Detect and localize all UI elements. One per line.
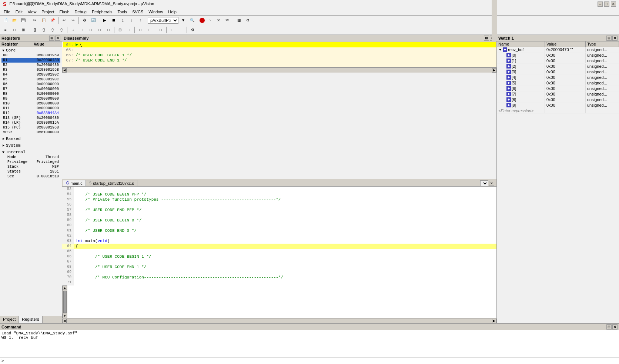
- registers-float-button[interactable]: ⊞: [49, 36, 54, 41]
- code-hscroll-left[interactable]: ◀: [62, 319, 67, 323]
- tb2-btn9[interactable]: □: [78, 26, 86, 34]
- menu-window[interactable]: Window: [146, 9, 165, 14]
- watch-panel-header: Watch 1 ⊞ ✕: [497, 35, 619, 41]
- registers-close-button[interactable]: ✕: [55, 36, 60, 41]
- mem-view-button[interactable]: ▦: [235, 17, 243, 24]
- sep2: [58, 17, 58, 24]
- breakpoint-button[interactable]: [200, 18, 205, 23]
- cmd-float-button[interactable]: ⊞: [606, 324, 612, 330]
- menu-view[interactable]: View: [26, 9, 39, 14]
- menu-peripherals[interactable]: Peripherals: [90, 9, 115, 14]
- tb2-btn6[interactable]: {}: [48, 26, 57, 34]
- core-section-header[interactable]: Core: [1, 48, 60, 53]
- tb2-btn7[interactable]: {}: [57, 26, 66, 34]
- system-section-header[interactable]: System: [1, 143, 60, 148]
- reg-col-value: Value: [32, 41, 62, 47]
- menu-edit[interactable]: Edit: [13, 9, 25, 14]
- tb2-btn4[interactable]: {}: [31, 26, 39, 34]
- disasm-scroll-left[interactable]: ◀: [62, 68, 67, 73]
- tb2-btn18[interactable]: □: [168, 26, 176, 34]
- tb2-btn20[interactable]: ⚙: [188, 26, 197, 34]
- tb2-btn5[interactable]: {}: [40, 26, 48, 34]
- code-vscrollbar[interactable]: ▲ ▼: [62, 285, 67, 318]
- reg-r3-val: 0x0800195B: [37, 68, 59, 72]
- watch-enter-expr[interactable]: <Enter expression>: [497, 108, 545, 113]
- cmd-close-button[interactable]: ✕: [612, 324, 618, 330]
- step-out-button[interactable]: ↑: [136, 17, 144, 24]
- tb2-btn3[interactable]: ⊞: [19, 26, 27, 34]
- restore-button[interactable]: □: [604, 1, 609, 7]
- tab-project[interactable]: Project: [0, 316, 19, 323]
- menu-file[interactable]: File: [1, 9, 13, 14]
- reg-r7: R7 0x00000000: [1, 87, 60, 91]
- watch-all-button[interactable]: 👁: [223, 17, 231, 24]
- tb2-btn1[interactable]: ≡: [1, 26, 10, 34]
- code-view-select[interactable]: [480, 180, 488, 186]
- stop-debug-button[interactable]: ⏹: [110, 17, 118, 24]
- code-vscroll-track[interactable]: [63, 290, 67, 314]
- tb2-btn2[interactable]: □: [10, 26, 19, 34]
- close-button[interactable]: ✕: [611, 1, 616, 7]
- step-into-button[interactable]: ↓: [127, 17, 135, 24]
- run-to-cursor-button[interactable]: ○: [205, 17, 214, 24]
- tb2-btn13[interactable]: ⊞: [116, 26, 124, 34]
- copy-button[interactable]: 📋: [40, 17, 48, 24]
- command-input[interactable]: [6, 359, 618, 363]
- tb2-btn10[interactable]: □: [87, 26, 95, 34]
- minimize-button[interactable]: ─: [598, 1, 603, 7]
- undo-button[interactable]: ↩: [60, 17, 68, 24]
- kill-button[interactable]: ✕: [214, 17, 222, 24]
- tb2-btn8[interactable]: →: [69, 26, 77, 34]
- banked-section: Banked: [0, 136, 62, 142]
- tab-startup-s[interactable]: S startup_stm32f107xc.s: [86, 180, 137, 186]
- menu-tools[interactable]: Tools: [116, 9, 130, 14]
- menu-help[interactable]: Help: [166, 9, 179, 14]
- reg-r9: R9 0x00000000: [1, 96, 60, 101]
- tb2-btn12[interactable]: □: [104, 26, 113, 34]
- sep7: [233, 17, 233, 24]
- code-hscroll-right[interactable]: ▶: [492, 319, 496, 323]
- tb2-btn11[interactable]: □: [96, 26, 104, 34]
- tb2-btn19[interactable]: □: [177, 26, 185, 34]
- disasm-scroll-right[interactable]: ▶: [492, 68, 496, 73]
- menu-flash[interactable]: Flash: [57, 9, 72, 14]
- banked-section-header[interactable]: Banked: [1, 136, 60, 141]
- disasm-hscrollbar[interactable]: [67, 69, 491, 72]
- tb2-btn14[interactable]: □: [125, 26, 133, 34]
- cut-button[interactable]: ✂: [31, 17, 39, 24]
- watch-close-button[interactable]: ✕: [612, 36, 618, 41]
- disasm-float-button[interactable]: ⊞: [484, 36, 489, 41]
- tb2-btn16[interactable]: □: [145, 26, 153, 34]
- step-over-button[interactable]: ⤵: [118, 17, 127, 24]
- save-button[interactable]: 💾: [19, 17, 27, 24]
- code-hscrollbar[interactable]: [67, 319, 491, 323]
- watch-float-button[interactable]: ⊞: [606, 36, 612, 41]
- recv-buf-expand[interactable]: [498, 49, 502, 51]
- reg-r2: R2 0x20000480: [1, 63, 60, 67]
- tb2-btn17[interactable]: □: [157, 26, 165, 34]
- tab-registers[interactable]: Registers: [19, 316, 42, 323]
- code-scroll-down[interactable]: ▼: [63, 314, 67, 318]
- settings-button[interactable]: ⚙: [244, 17, 252, 24]
- start-debug-button[interactable]: ▶: [101, 17, 109, 24]
- find-button[interactable]: 🔍: [188, 17, 196, 24]
- rebuild-button[interactable]: 🔄: [89, 17, 97, 24]
- build-button[interactable]: ⚙: [80, 17, 88, 24]
- menu-project[interactable]: Project: [39, 9, 56, 14]
- cmd-vscrollbar[interactable]: [492, 0, 497, 41]
- editor-close-button[interactable]: ✕: [489, 181, 494, 186]
- internal-section-header[interactable]: Internal: [1, 150, 60, 155]
- redo-button[interactable]: ↪: [69, 17, 77, 24]
- open-button[interactable]: 📂: [10, 17, 19, 24]
- new-file-button[interactable]: 📄: [1, 17, 10, 24]
- tb2-btn15[interactable]: □: [136, 26, 144, 34]
- code-content[interactable]: 53 54 /* USER CODE BEGIN PFP */ 55 /* Pr…: [62, 187, 496, 286]
- function-combo[interactable]: pArxBuffPtr: [148, 17, 178, 24]
- code-vscroll-thumb[interactable]: [63, 291, 67, 313]
- code-scroll-up[interactable]: ▲: [63, 285, 67, 290]
- menu-debug[interactable]: Debug: [73, 9, 89, 14]
- tab-main-c[interactable]: C main.c: [63, 180, 86, 186]
- paste-button[interactable]: 📌: [48, 17, 57, 24]
- menu-svcs[interactable]: SVCS: [130, 9, 145, 14]
- combo-browse-button[interactable]: ▼: [179, 17, 187, 24]
